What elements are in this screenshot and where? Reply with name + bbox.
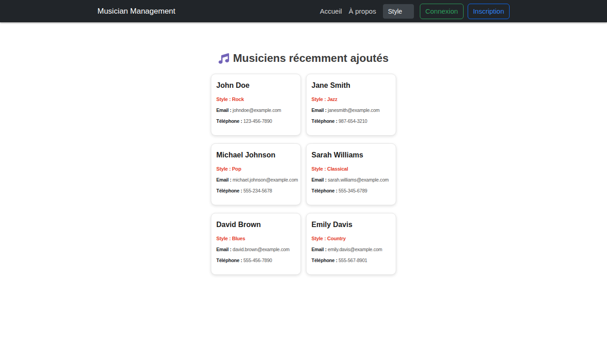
musician-card: John Doe Style : Rock Email : johndoe@ex… bbox=[211, 74, 301, 136]
email-value: michael.johnson@example.com bbox=[233, 177, 298, 182]
style-value: Country bbox=[327, 236, 346, 241]
musician-email-line: Email : emily.davis@example.com bbox=[311, 246, 391, 253]
musician-style-line: Style : Pop bbox=[216, 166, 296, 172]
navbar-right-group: Accueil À propos Connexion Inscription bbox=[320, 4, 510, 19]
musician-name: Michael Johnson bbox=[216, 150, 296, 160]
musician-style-line: Style : Classical bbox=[311, 166, 391, 172]
phone-label: Téléphone : bbox=[311, 188, 337, 193]
style-value: Rock bbox=[232, 96, 244, 102]
style-value: Jazz bbox=[327, 96, 337, 102]
musician-phone-line: Téléphone : 555-567-8901 bbox=[311, 257, 391, 263]
musician-card: Jane Smith Style : Jazz Email : janesmit… bbox=[306, 74, 396, 136]
musician-name: David Brown bbox=[216, 220, 296, 230]
style-label: Style : bbox=[311, 166, 326, 172]
nav-link-a-propos[interactable]: À propos bbox=[349, 7, 376, 15]
email-value: janesmith@example.com bbox=[328, 107, 380, 113]
musician-card: Sarah Williams Style : Classical Email :… bbox=[306, 143, 396, 205]
musician-style-line: Style : Jazz bbox=[311, 96, 391, 102]
email-label: Email : bbox=[216, 107, 231, 113]
phone-value: 987-654-3210 bbox=[338, 118, 367, 124]
musician-email-line: Email : janesmith@example.com bbox=[311, 107, 391, 113]
email-label: Email : bbox=[216, 177, 231, 182]
musician-name: Jane Smith bbox=[311, 81, 391, 91]
brand-link[interactable]: Musician Management bbox=[97, 7, 175, 16]
style-value: Blues bbox=[232, 236, 245, 241]
musician-email-line: Email : michael.johnson@example.com bbox=[216, 177, 296, 183]
email-label: Email : bbox=[311, 107, 326, 113]
musician-card: Emily Davis Style : Country Email : emil… bbox=[306, 213, 396, 275]
musician-email-line: Email : johndoe@example.com bbox=[216, 107, 296, 113]
phone-label: Téléphone : bbox=[216, 118, 242, 124]
phone-label: Téléphone : bbox=[216, 258, 242, 263]
phone-label: Téléphone : bbox=[311, 258, 337, 263]
style-label: Style : bbox=[311, 96, 326, 102]
musician-card: Michael Johnson Style : Pop Email : mich… bbox=[211, 143, 301, 205]
music-notes-icon bbox=[219, 53, 229, 64]
email-label: Email : bbox=[216, 247, 231, 252]
musician-phone-line: Téléphone : 555-456-7890 bbox=[216, 257, 296, 263]
musician-email-line: Email : sarah.williams@example.com bbox=[311, 177, 391, 183]
musician-style-line: Style : Rock bbox=[216, 96, 296, 102]
phone-value: 555-345-6789 bbox=[338, 188, 367, 193]
musician-phone-line: Téléphone : 987-654-3210 bbox=[311, 118, 391, 124]
phone-value: 555-567-8901 bbox=[338, 258, 367, 263]
page-title: Musiciens récemment ajoutés bbox=[0, 51, 607, 65]
musician-name: Sarah Williams bbox=[311, 150, 391, 160]
email-value: david.brown@example.com bbox=[233, 247, 290, 252]
nav-link-accueil[interactable]: Accueil bbox=[320, 7, 342, 15]
navbar-container: Musician Management Accueil À propos Con… bbox=[97, 4, 510, 19]
style-search-input[interactable] bbox=[383, 4, 414, 19]
style-value: Pop bbox=[232, 166, 241, 172]
phone-label: Téléphone : bbox=[216, 188, 242, 193]
phone-value: 555-234-5678 bbox=[243, 188, 272, 193]
email-value: johndoe@example.com bbox=[233, 107, 281, 113]
register-button[interactable]: Inscription bbox=[468, 4, 510, 19]
phone-label: Téléphone : bbox=[311, 118, 337, 124]
musician-name: John Doe bbox=[216, 81, 296, 91]
musician-name: Emily Davis bbox=[311, 220, 391, 230]
email-value: sarah.williams@example.com bbox=[328, 177, 389, 182]
style-label: Style : bbox=[216, 96, 231, 102]
email-label: Email : bbox=[311, 177, 326, 182]
musician-email-line: Email : david.brown@example.com bbox=[216, 246, 296, 253]
phone-value: 123-456-7890 bbox=[243, 118, 272, 124]
main-content: Musiciens récemment ajoutés John Doe Sty… bbox=[0, 22, 607, 293]
musician-phone-line: Téléphone : 123-456-7890 bbox=[216, 118, 296, 124]
page-title-text: Musiciens récemment ajoutés bbox=[233, 51, 388, 65]
email-value: emily.davis@example.com bbox=[328, 247, 383, 252]
style-label: Style : bbox=[311, 236, 326, 241]
login-button[interactable]: Connexion bbox=[420, 4, 464, 19]
musician-cards-grid: John Doe Style : Rock Email : johndoe@ex… bbox=[211, 74, 396, 293]
musician-card: David Brown Style : Blues Email : david.… bbox=[211, 213, 301, 275]
musician-style-line: Style : Blues bbox=[216, 235, 296, 242]
style-value: Classical bbox=[327, 166, 348, 172]
phone-value: 555-456-7890 bbox=[243, 258, 272, 263]
musician-phone-line: Téléphone : 555-234-5678 bbox=[216, 187, 296, 194]
musician-style-line: Style : Country bbox=[311, 235, 391, 242]
style-label: Style : bbox=[216, 236, 231, 241]
navbar: Musician Management Accueil À propos Con… bbox=[0, 0, 607, 22]
style-label: Style : bbox=[216, 166, 231, 172]
email-label: Email : bbox=[311, 247, 326, 252]
musician-phone-line: Téléphone : 555-345-6789 bbox=[311, 187, 391, 194]
